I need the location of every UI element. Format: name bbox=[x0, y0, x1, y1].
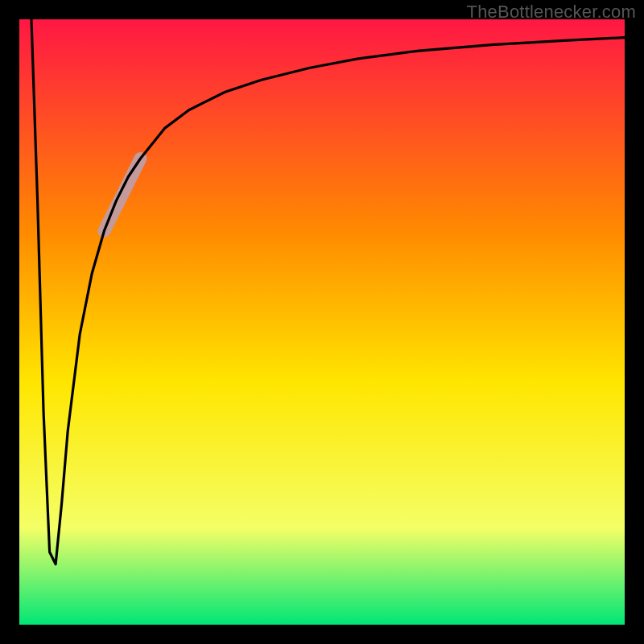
gradient-background bbox=[19, 19, 625, 625]
chart-frame: TheBottlenecker.com bbox=[0, 0, 644, 644]
plot-area bbox=[19, 19, 625, 625]
plot-svg bbox=[19, 19, 625, 625]
